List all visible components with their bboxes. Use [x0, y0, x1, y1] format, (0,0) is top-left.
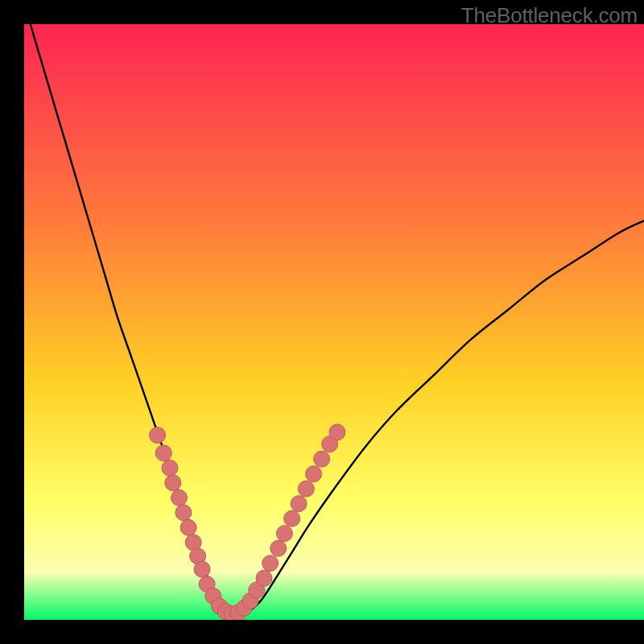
data-marker: [256, 570, 272, 586]
data-marker: [180, 519, 196, 535]
data-marker: [314, 451, 330, 467]
data-marker: [329, 424, 345, 440]
data-marker: [162, 460, 178, 476]
data-marker: [171, 489, 188, 506]
data-marker: [291, 496, 307, 512]
chart-svg: [24, 24, 644, 620]
plot-area: [24, 24, 644, 620]
data-marker: [175, 505, 192, 521]
data-marker: [270, 540, 287, 556]
data-marker: [298, 481, 314, 497]
chart-frame: TheBottleneck.com: [0, 0, 644, 644]
data-marker: [284, 510, 300, 526]
data-marker: [165, 475, 181, 491]
data-marker: [194, 561, 210, 577]
gradient-background: [24, 24, 644, 620]
data-marker: [276, 526, 292, 542]
data-marker: [306, 466, 322, 482]
data-marker: [262, 555, 279, 572]
data-marker: [150, 427, 166, 444]
data-marker: [155, 445, 171, 461]
